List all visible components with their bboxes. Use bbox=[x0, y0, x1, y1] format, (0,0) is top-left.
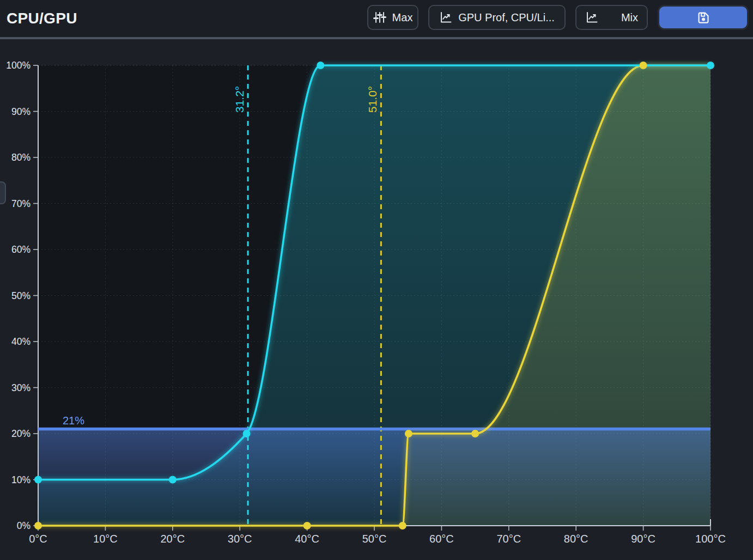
svg-text:20%: 20% bbox=[11, 428, 31, 439]
cpu-fan-curve-point[interactable] bbox=[317, 62, 324, 69]
cpu-fan-curve-point[interactable] bbox=[34, 476, 42, 484]
gpu-fan-curve-point[interactable] bbox=[471, 430, 479, 437]
gpu-fan-curve-point[interactable] bbox=[405, 430, 412, 437]
save-button[interactable] bbox=[658, 5, 749, 30]
gpu-fan-curve-point[interactable] bbox=[303, 522, 311, 529]
svg-text:20°C: 20°C bbox=[160, 533, 185, 545]
x-axis-labels: 0°C10°C20°C30°C40°C50°C60°C70°C80°C90°C1… bbox=[29, 533, 726, 545]
fan-curve-chart[interactable]: 31.2°51.0° 0%10%20%30%40%50%60%70%80%90%… bbox=[0, 0, 753, 560]
cpu-fan-curve-point[interactable] bbox=[169, 476, 177, 484]
gpu-fan-curve-point[interactable] bbox=[34, 522, 42, 529]
max-mode-button[interactable]: Max bbox=[367, 5, 418, 30]
svg-text:80°C: 80°C bbox=[564, 533, 588, 545]
cpu-temp-line-label: 31.2° bbox=[233, 86, 246, 113]
svg-text:90°C: 90°C bbox=[631, 533, 655, 545]
profile-button-label: GPU Prof, CPU/Li... bbox=[458, 11, 555, 24]
svg-text:50%: 50% bbox=[11, 290, 31, 301]
cpu-fan-curve-point[interactable] bbox=[243, 430, 251, 437]
svg-text:60°C: 60°C bbox=[429, 533, 454, 545]
svg-text:0%: 0% bbox=[17, 520, 31, 531]
svg-text:80%: 80% bbox=[11, 152, 31, 163]
svg-text:10°C: 10°C bbox=[93, 533, 118, 545]
mix-button-label: Mix bbox=[621, 11, 638, 24]
svg-text:70°C: 70°C bbox=[496, 533, 521, 545]
profile-selector-button[interactable]: GPU Prof, CPU/Li... bbox=[428, 5, 566, 30]
toolbar: Max GPU Prof, CPU/Li... Mix bbox=[367, 5, 749, 30]
svg-text:100°C: 100°C bbox=[695, 533, 726, 545]
header: CPU/GPU Max GPU Prof, CPU/Li... bbox=[0, 0, 753, 39]
gpu-fan-curve-point[interactable] bbox=[399, 522, 406, 529]
svg-text:40%: 40% bbox=[11, 336, 31, 347]
mix-function-button[interactable]: Mix bbox=[575, 5, 648, 30]
fan-control-app: 31.2°51.0° 0%10%20%30%40%50%60%70%80%90%… bbox=[0, 0, 753, 560]
svg-text:10%: 10% bbox=[11, 474, 31, 485]
svg-text:30°C: 30°C bbox=[228, 533, 252, 545]
svg-text:0°C: 0°C bbox=[29, 533, 47, 545]
svg-text:50°C: 50°C bbox=[362, 533, 387, 545]
svg-text:70%: 70% bbox=[11, 198, 31, 209]
max-button-label: Max bbox=[392, 11, 413, 24]
save-icon bbox=[696, 10, 711, 25]
gpu-temp-line-label: 51.0° bbox=[366, 86, 379, 113]
drawer-handle[interactable] bbox=[0, 181, 6, 204]
line-chart-icon bbox=[439, 11, 452, 24]
fan-speed-label: 21% bbox=[63, 415, 84, 427]
svg-text:60%: 60% bbox=[11, 244, 31, 255]
svg-text:90%: 90% bbox=[11, 106, 31, 117]
sliders-icon bbox=[373, 11, 386, 24]
svg-text:40°C: 40°C bbox=[295, 533, 319, 545]
line-chart-icon bbox=[585, 11, 598, 24]
y-axis-labels: 0%10%20%30%40%50%60%70%80%90%100% bbox=[6, 60, 31, 531]
page-title: CPU/GPU bbox=[0, 10, 77, 27]
cpu-fan-curve-point[interactable] bbox=[707, 62, 714, 69]
gpu-fan-curve-point[interactable] bbox=[640, 62, 647, 69]
fan-speed-fill bbox=[38, 429, 711, 526]
svg-text:100%: 100% bbox=[6, 60, 31, 71]
svg-text:30%: 30% bbox=[11, 382, 31, 393]
